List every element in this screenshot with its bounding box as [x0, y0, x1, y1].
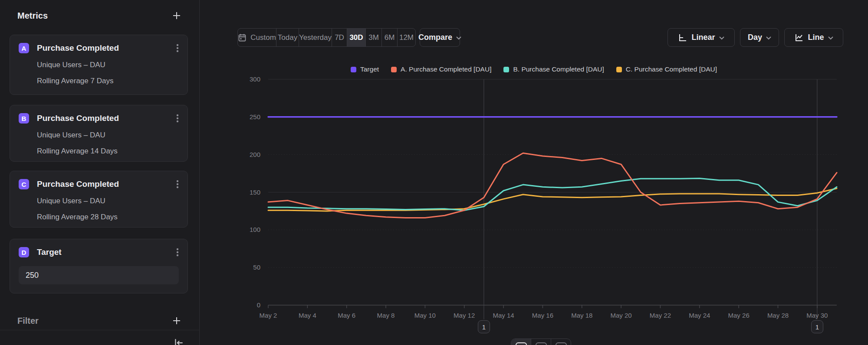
svg-text:May 18: May 18	[571, 312, 592, 319]
svg-text:May 6: May 6	[338, 312, 355, 319]
svg-text:150: 150	[250, 189, 260, 196]
svg-text:May 16: May 16	[532, 312, 553, 319]
chart-view-icon	[516, 342, 527, 345]
line-chart-plot[interactable]: 050100150200250300May 2May 4May 6May 8Ma…	[0, 0, 868, 345]
svg-text:May 12: May 12	[454, 312, 475, 319]
svg-text:May 22: May 22	[650, 312, 671, 319]
svg-text:May 24: May 24	[689, 312, 710, 319]
view-toggle-table[interactable]	[531, 339, 551, 345]
svg-text:50: 50	[253, 264, 260, 271]
svg-text:May 30: May 30	[806, 312, 828, 319]
svg-text:100: 100	[250, 226, 260, 233]
view-toggle-chart[interactable]	[511, 339, 531, 345]
svg-text:200: 200	[250, 151, 260, 158]
svg-text:May 10: May 10	[414, 312, 436, 319]
svg-text:May 20: May 20	[611, 312, 632, 319]
svg-text:300: 300	[250, 75, 260, 83]
split-view-icon	[556, 342, 567, 345]
svg-text:May 8: May 8	[377, 312, 395, 319]
annotation-badge[interactable]: 1	[811, 320, 823, 333]
svg-text:May 14: May 14	[493, 312, 514, 319]
svg-text:250: 250	[250, 113, 260, 120]
view-toggle-split[interactable]	[551, 339, 571, 345]
svg-text:May 28: May 28	[767, 312, 789, 319]
table-view-icon	[536, 342, 547, 345]
svg-text:May 26: May 26	[728, 312, 750, 319]
view-toggle-control	[511, 338, 571, 345]
svg-text:May 2: May 2	[260, 312, 277, 319]
svg-text:0: 0	[257, 301, 260, 309]
annotation-badge[interactable]: 1	[478, 320, 490, 333]
svg-text:May 4: May 4	[299, 312, 316, 319]
